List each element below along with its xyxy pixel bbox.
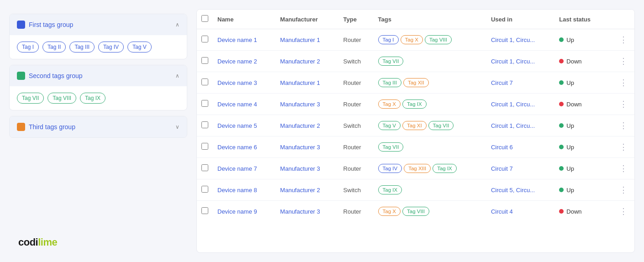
manufacturer-link[interactable]: Manufacturer 2 [280, 58, 320, 65]
select-all-checkbox[interactable] [201, 15, 208, 22]
table-row: Device name 7Manufacturer 3RouterTag IVT… [197, 158, 634, 179]
table-tag[interactable]: Tag I [378, 35, 399, 44]
tag-group-header-first[interactable]: First tags group∧ [10, 14, 187, 35]
used-in-link[interactable]: Circuit 1, Circu... [491, 58, 535, 65]
table-row: Device name 2Manufacturer 2SwitchTag VII… [197, 51, 634, 72]
row-checkbox[interactable] [201, 100, 208, 107]
row-checkbox[interactable] [201, 57, 208, 64]
manufacturer-link[interactable]: Manufacturer 1 [280, 37, 320, 43]
row-actions-menu[interactable]: ⋮ [618, 120, 630, 131]
table-tag[interactable]: Tag VIII [402, 207, 429, 216]
device-name-link[interactable]: Device name 5 [217, 122, 257, 129]
table-tag[interactable]: Tag XI [402, 121, 427, 130]
device-type: Switch [339, 115, 374, 136]
logo: codilime [18, 236, 57, 248]
device-type: Router [339, 201, 374, 222]
tags-cell: Tag VII [378, 57, 482, 66]
manufacturer-link[interactable]: Manufacturer 2 [280, 122, 320, 129]
table-tag[interactable]: Tag VIII [425, 35, 452, 44]
used-in-link[interactable]: Circuit 4 [491, 208, 513, 215]
manufacturer-link[interactable]: Manufacturer 3 [280, 208, 320, 215]
chevron-second[interactable]: ∧ [175, 73, 179, 79]
tag-chip[interactable]: Tag IX [80, 93, 106, 104]
device-name-link[interactable]: Device name 6 [217, 144, 257, 151]
used-in-link[interactable]: Circuit 7 [491, 79, 513, 86]
device-name-link[interactable]: Device name 8 [217, 187, 257, 194]
table-tag[interactable]: Tag XII [403, 78, 429, 87]
device-name-link[interactable]: Device name 1 [217, 37, 257, 43]
tags-cell: Tag ITag XTag VIII [378, 35, 482, 44]
table-tag[interactable]: Tag IV [378, 164, 402, 173]
row-actions-menu[interactable]: ⋮ [618, 98, 630, 110]
device-name-link[interactable]: Device name 2 [217, 58, 257, 65]
used-in-link[interactable]: Circuit 1, Circu... [491, 37, 535, 43]
manufacturer-link[interactable]: Manufacturer 2 [280, 187, 320, 194]
used-in-link[interactable]: Circuit 6 [491, 144, 513, 151]
row-checkbox[interactable] [201, 79, 208, 85]
tag-chip[interactable]: Tag V [127, 42, 152, 52]
tag-chip[interactable]: Tag III [69, 42, 95, 52]
device-type: Router [339, 29, 374, 51]
row-checkbox[interactable] [201, 36, 208, 42]
table-tag[interactable]: Tag VII [378, 142, 404, 152]
row-checkbox[interactable] [201, 186, 208, 193]
tag-group-third: Third tags group∨ [9, 116, 187, 138]
table-tag[interactable]: Tag IX [433, 164, 457, 173]
table-tag[interactable]: Tag V [378, 121, 401, 130]
tag-group-header-second[interactable]: Second tags group∧ [10, 65, 187, 86]
row-actions-menu[interactable]: ⋮ [618, 77, 630, 89]
manufacturer-link[interactable]: Manufacturer 1 [280, 79, 320, 86]
row-actions-menu[interactable]: ⋮ [618, 55, 630, 67]
row-actions-menu[interactable]: ⋮ [618, 205, 630, 217]
group-label-first: First tags group [29, 21, 73, 28]
manufacturer-link[interactable]: Manufacturer 3 [280, 144, 320, 151]
col-name: Name [213, 10, 275, 29]
row-actions-menu[interactable]: ⋮ [618, 141, 630, 153]
row-checkbox[interactable] [201, 121, 208, 128]
status-cell: Up [559, 165, 602, 172]
table-tag[interactable]: Tag VII [378, 57, 404, 66]
device-name-link[interactable]: Device name 3 [217, 79, 257, 86]
row-checkbox[interactable] [201, 143, 208, 150]
chevron-third[interactable]: ∨ [175, 124, 179, 130]
status-dot [559, 123, 564, 128]
row-checkbox[interactable] [201, 207, 208, 214]
device-type: Router [339, 94, 374, 115]
table-tag[interactable]: Tag X [378, 207, 401, 216]
device-name-link[interactable]: Device name 4 [217, 101, 257, 108]
tags-cell: Tag XTag IX [378, 100, 482, 109]
device-name-link[interactable]: Device name 9 [217, 208, 257, 215]
used-in-link[interactable]: Circuit 5, Circu... [491, 187, 535, 194]
table-tag[interactable]: Tag III [378, 78, 401, 87]
tag-group-body-second: Tag VIITag VIIITag IX [10, 86, 187, 110]
table-tag[interactable]: Tag IX [402, 100, 427, 109]
row-checkbox[interactable] [201, 164, 208, 171]
tag-chip[interactable]: Tag VIII [48, 93, 76, 104]
tag-chip[interactable]: Tag VII [17, 93, 44, 104]
table-tag[interactable]: Tag VII [428, 121, 454, 130]
used-in-link[interactable]: Circuit 7 [491, 165, 513, 172]
device-name-link[interactable]: Device name 7 [217, 165, 257, 172]
row-actions-menu[interactable]: ⋮ [618, 162, 630, 174]
tag-group-header-third[interactable]: Third tags group∨ [10, 116, 187, 137]
table-tag[interactable]: Tag X [401, 35, 423, 44]
status-badge: Down [566, 208, 581, 215]
tag-chip[interactable]: Tag II [42, 42, 66, 52]
row-actions-menu[interactable]: ⋮ [618, 34, 630, 46]
table-tag[interactable]: Tag XIII [404, 164, 431, 173]
status-badge: Up [566, 187, 574, 194]
group-icon-first [17, 21, 25, 29]
row-actions-menu[interactable]: ⋮ [618, 184, 630, 196]
col-used-in: Used in [486, 10, 554, 29]
tag-chip[interactable]: Tag IV [98, 42, 124, 52]
table-tag[interactable]: Tag IX [378, 185, 402, 194]
table-row: Device name 6Manufacturer 3RouterTag VII… [197, 136, 634, 158]
used-in-link[interactable]: Circuit 1, Circu... [491, 101, 535, 108]
used-in-link[interactable]: Circuit 1, Circu... [491, 122, 535, 129]
status-dot [559, 37, 564, 42]
chevron-first[interactable]: ∧ [175, 21, 179, 28]
table-tag[interactable]: Tag X [378, 100, 401, 109]
manufacturer-link[interactable]: Manufacturer 3 [280, 165, 320, 172]
manufacturer-link[interactable]: Manufacturer 3 [280, 101, 320, 108]
tag-chip[interactable]: Tag I [17, 42, 39, 52]
